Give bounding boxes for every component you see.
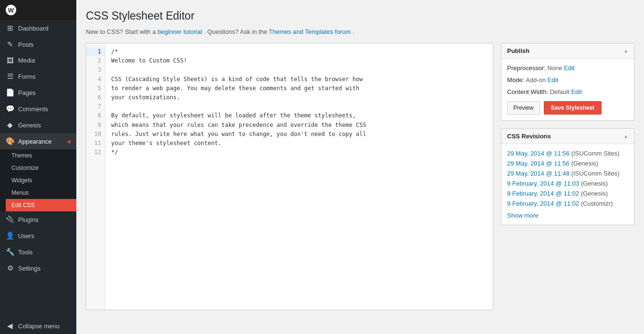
revision-item-1: 29 May, 2014 @ 11:56 (ISUComm Sites): [507, 150, 628, 157]
widgets-label: Widgets: [11, 177, 32, 184]
themes-label: Themes: [11, 152, 32, 159]
revisions-panel-body: 29 May, 2014 @ 11:56 (ISUComm Sites) 29 …: [501, 144, 634, 225]
sidebar-item-plugins[interactable]: 🔌 Plugins: [0, 211, 76, 228]
genesis-icon: ◆: [6, 121, 14, 129]
users-icon: 👤: [6, 231, 14, 240]
sidebar-item-genesis[interactable]: ◆ Genesis: [0, 117, 76, 133]
sidebar: W ⊞ Dashboard ✎ Posts 🖼 Media ☰ Forms 📄 …: [0, 0, 76, 334]
line-numbers: 1 2 3 4 5 6 7 8 9 10 11 12: [86, 43, 105, 310]
preprocessor-edit-link[interactable]: Edit: [564, 64, 574, 72]
main-content: CSS Stylesheet Editor New to CSS? Start …: [76, 0, 644, 334]
mode-value: Add-on: [526, 76, 546, 84]
sidebar-item-pages[interactable]: 📄 Pages: [0, 84, 76, 101]
beginner-tutorial-link[interactable]: beginner tutorial: [157, 28, 202, 35]
subtitle-mid: . Questions? Ask in the: [204, 28, 267, 35]
sidebar-label-users: Users: [18, 232, 34, 240]
sidebar-subitem-widgets[interactable]: Widgets: [6, 174, 76, 187]
sidebar-label-tools: Tools: [18, 249, 32, 256]
content-width-edit-link[interactable]: Edit: [571, 88, 582, 95]
sidebar-item-appearance[interactable]: 🎨 Appearance ◀: [0, 133, 76, 149]
revisions-chevron-icon: ▲: [623, 134, 628, 139]
content-width-row: Content Width: Default Edit: [507, 88, 628, 95]
revision-link-4[interactable]: 9 February, 2014 @ 11:03: [507, 180, 579, 187]
wp-logo-icon: W: [6, 5, 16, 15]
page-subtitle: New to CSS? Start with a beginner tutori…: [86, 28, 634, 35]
sidebar-label-forms: Forms: [18, 73, 36, 80]
sidebar-item-collapse[interactable]: ◀ Collapse menu: [0, 318, 76, 334]
revision-link-3[interactable]: 29 May, 2014 @ 11:48: [507, 170, 570, 177]
sidebar-item-users[interactable]: 👤 Users: [0, 228, 76, 244]
revision-link-1[interactable]: 29 May, 2014 @ 11:56: [507, 150, 570, 157]
sidebar-label-genesis: Genesis: [18, 122, 41, 129]
revision-item-6: 9 February, 2014 @ 11:02 (Customizr): [507, 200, 628, 207]
action-buttons-row: Preview Save Stylesheet: [507, 101, 628, 115]
revision-item-5: 9 February, 2014 @ 11:02 (Genesis): [507, 190, 628, 197]
right-panel: Publish ▲ Preprocessor: None Edit Mode: …: [501, 43, 634, 233]
css-revisions-panel: CSS Revisions ▲ 29 May, 2014 @ 11:56 (IS…: [501, 128, 634, 225]
publish-title: Publish: [507, 47, 530, 54]
themes-forum-link[interactable]: Themes and Templates forum: [269, 28, 351, 35]
revisions-title: CSS Revisions: [507, 133, 551, 140]
revision-link-6[interactable]: 9 February, 2014 @ 11:02: [507, 200, 579, 207]
preprocessor-label: Preprocessor:: [507, 64, 546, 72]
sidebar-label-collapse: Collapse menu: [18, 323, 60, 330]
appearance-submenu: Themes Customize Widgets Menus Edit CSS: [0, 149, 76, 211]
revision-site-1: (ISUComm Sites): [571, 150, 619, 157]
revision-site-5: (Genesis): [581, 190, 608, 197]
revision-item-3: 29 May, 2014 @ 11:48 (ISUComm Sites): [507, 170, 628, 177]
mode-label: Mode:: [507, 76, 524, 84]
sidebar-item-forms[interactable]: ☰ Forms: [0, 68, 76, 84]
content-width-label: Content Width:: [507, 88, 548, 95]
preprocessor-row: Preprocessor: None Edit: [507, 64, 628, 72]
revision-link-2[interactable]: 29 May, 2014 @ 11:56: [507, 160, 570, 167]
sidebar-subitem-edit-css[interactable]: Edit CSS: [6, 199, 76, 211]
publish-chevron-icon: ▲: [623, 48, 628, 53]
settings-icon: ⚙: [6, 264, 14, 272]
sidebar-label-pages: Pages: [18, 89, 36, 96]
sidebar-item-tools[interactable]: 🔧 Tools: [0, 244, 76, 260]
tools-icon: 🔧: [6, 248, 14, 256]
sidebar-label-posts: Posts: [18, 41, 34, 48]
media-icon: 🖼: [6, 56, 14, 64]
mode-row: Mode: Add-on Edit: [507, 76, 628, 84]
sidebar-label-media: Media: [18, 57, 35, 64]
content-width-value: Default: [550, 88, 570, 95]
revision-item-4: 9 February, 2014 @ 11:03 (Genesis): [507, 180, 628, 187]
revision-link-5[interactable]: 9 February, 2014 @ 11:02: [507, 190, 579, 197]
revision-site-4: (Genesis): [581, 180, 608, 187]
sidebar-subitem-customize[interactable]: Customize: [6, 162, 76, 174]
posts-icon: ✎: [6, 40, 14, 49]
publish-panel-header: Publish ▲: [501, 43, 634, 59]
dashboard-icon: ⊞: [6, 24, 14, 32]
publish-panel-body: Preprocessor: None Edit Mode: Add-on Edi…: [501, 59, 634, 120]
page-title: CSS Stylesheet Editor: [86, 10, 634, 22]
comments-icon: 💬: [6, 104, 14, 113]
sidebar-label-plugins: Plugins: [18, 216, 39, 223]
publish-panel: Publish ▲ Preprocessor: None Edit Mode: …: [501, 43, 634, 121]
sidebar-label-comments: Comments: [18, 105, 48, 113]
save-stylesheet-button[interactable]: Save Stylesheet: [544, 101, 602, 115]
css-code-editor[interactable]: /* Welcome to Custom CSS! CSS (Cascading…: [105, 43, 493, 310]
sidebar-item-comments[interactable]: 💬 Comments: [0, 101, 76, 117]
sidebar-subitem-menus[interactable]: Menus: [6, 187, 76, 199]
sidebar-label-dashboard: Dashboard: [18, 25, 49, 32]
revision-site-6: (Customizr): [581, 200, 613, 207]
revisions-panel-header: CSS Revisions ▲: [501, 129, 634, 144]
show-more-link[interactable]: Show more: [507, 212, 539, 219]
sidebar-item-settings[interactable]: ⚙ Settings: [0, 260, 76, 276]
forms-icon: ☰: [6, 72, 14, 81]
subtitle-pre: New to CSS? Start with a: [86, 28, 156, 35]
sidebar-item-media[interactable]: 🖼 Media: [0, 52, 76, 68]
sidebar-item-posts[interactable]: ✎ Posts: [0, 36, 76, 52]
plugins-icon: 🔌: [6, 215, 14, 224]
appearance-arrow-icon: ◀: [67, 139, 71, 144]
pages-icon: 📄: [6, 88, 14, 97]
sidebar-subitem-themes[interactable]: Themes: [6, 149, 76, 162]
preview-button[interactable]: Preview: [507, 101, 540, 115]
menus-label: Menus: [11, 189, 29, 196]
sidebar-item-dashboard[interactable]: ⊞ Dashboard: [0, 20, 76, 36]
subtitle-post: .: [353, 28, 354, 35]
appearance-icon: 🎨: [6, 137, 14, 146]
mode-edit-link[interactable]: Edit: [548, 76, 558, 84]
collapse-icon: ◀: [6, 322, 14, 330]
